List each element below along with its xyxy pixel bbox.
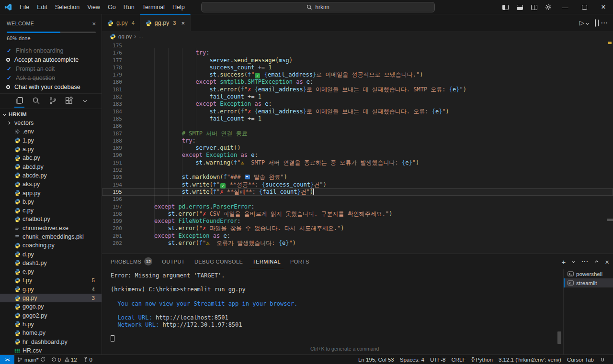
editor-tab-gg.py[interactable]: gg.py3× — [140, 14, 191, 31]
maximize-panel-icon[interactable] — [594, 259, 599, 264]
code-line-179[interactable]: 179 st.success(f"✓ {email_address}로 이메일을… — [102, 71, 613, 78]
problems-status[interactable]: 0 12 — [48, 355, 79, 364]
new-terminal-icon[interactable]: + — [561, 258, 566, 266]
terminal-profile-chevron-icon[interactable] — [571, 260, 576, 264]
language-mode-status[interactable]: {} Python — [469, 355, 496, 364]
code-line-176[interactable]: 176 try: — [102, 49, 613, 56]
onboarding-item[interactable]: Accept an autocomplete — [7, 55, 96, 64]
terminal-session-streamlit[interactable]: streamlit — [564, 278, 613, 287]
code-line-184[interactable]: 184 st.error(f"✗ {email_address}로 이메일을 보… — [102, 108, 613, 115]
code-line-200[interactable]: 200 st.error("✗ 파일을 찾을 수 없습니다. 다시 시도해주세요… — [102, 225, 613, 232]
code-line-202[interactable]: 202 st.error(f"⚠ 오류가 발생했습니다: {e}") — [102, 240, 613, 247]
editor-tab-g.py[interactable]: g.py4 — [102, 14, 140, 31]
terminal-scrollbar[interactable] — [557, 331, 561, 344]
extensions-view-icon[interactable] — [64, 95, 74, 108]
indentation-status[interactable]: Spaces: 4 — [397, 355, 427, 364]
code-line-180[interactable]: 180 except smtplib.SMTPException as e: — [102, 78, 613, 86]
tab-close-icon[interactable]: × — [181, 20, 185, 27]
command-center-search[interactable]: hrkim — [201, 2, 435, 12]
menu-help[interactable]: Help — [169, 4, 189, 11]
remote-indicator[interactable]: >< — [0, 355, 14, 364]
close-panel-icon[interactable]: × — [605, 258, 609, 266]
explorer-item-aks.py[interactable]: aks.py — [0, 180, 102, 188]
window-restore-icon[interactable] — [575, 0, 594, 14]
toggle-sidebar-icon[interactable] — [498, 0, 512, 14]
cursor-tab-status[interactable]: Cursor Tab — [564, 355, 597, 364]
explorer-item-gg.py[interactable]: gg.py3 — [0, 294, 102, 302]
code-line-199[interactable]: 199 except FileNotFoundError: — [102, 218, 613, 225]
code-line-177[interactable]: 177 server.send_message(msg) — [102, 57, 613, 64]
code-line-187[interactable]: 187 # SMTP 서버 연결 종료 — [102, 130, 613, 137]
explorer-view-icon[interactable] — [14, 95, 24, 108]
editor-more-actions-icon[interactable]: ··· — [601, 20, 608, 26]
breadcrumb-more[interactable]: ... — [138, 33, 143, 39]
source-control-icon[interactable] — [48, 95, 58, 108]
explorer-item-chatbot.py[interactable]: chatbot.py — [0, 215, 102, 223]
explorer-item-d.py[interactable]: d.py — [0, 250, 102, 258]
explorer-item-h.py[interactable]: h.py — [0, 320, 102, 329]
explorer-item-e.py[interactable]: e.py — [0, 267, 102, 276]
code-line-193[interactable]: 193 st.markdown(f"### 발송 완료") — [102, 174, 613, 181]
panel-more-actions-icon[interactable]: ··· — [581, 258, 589, 265]
explorer-item-abc.py[interactable]: abc.py — [0, 154, 102, 162]
explorer-item-g.py[interactable]: g.py4 — [0, 285, 102, 294]
code-line-181[interactable]: 181 st.error(f"✗ {email_address}로 이메일을 보… — [102, 86, 613, 93]
breadcrumb[interactable]: gg.py › ... — [102, 31, 613, 42]
settings-gear-icon[interactable] — [541, 0, 556, 14]
explorer-item-gogo2.py[interactable]: gogo2.py — [0, 311, 102, 320]
menu-run[interactable]: Run — [120, 4, 138, 11]
explorer-item-1.py[interactable]: 1.py — [0, 136, 102, 145]
terminal-output[interactable]: Error: Missing argument 'TARGET'. (hrkim… — [111, 269, 556, 342]
panel-tab-output[interactable]: OUTPUT — [159, 254, 188, 269]
onboarding-item[interactable]: Chat with your codebase — [7, 82, 96, 91]
explorer-item-.env[interactable]: .env — [0, 127, 102, 136]
more-views-chevron-icon[interactable] — [81, 96, 89, 107]
panel-tab-problems[interactable]: PROBLEMS12 — [108, 254, 155, 269]
code-line-192[interactable]: 192 — [102, 166, 613, 174]
menu-go[interactable]: Go — [104, 4, 120, 11]
window-minimize-icon[interactable]: — — [556, 0, 575, 14]
explorer-item-hr_dashboard.py[interactable]: hr_dashboard.py — [0, 337, 102, 346]
code-line-196[interactable]: 196 — [102, 196, 613, 203]
panel-tab-ports[interactable]: PORTS — [287, 254, 312, 269]
toggle-panel-icon[interactable] — [512, 0, 527, 14]
code-line-175[interactable]: 175 — [102, 42, 613, 49]
explorer-item-HR.csv[interactable]: HR.csv — [0, 346, 102, 355]
explorer-item-app.py[interactable]: app.py — [0, 188, 102, 197]
window-close-icon[interactable]: × — [594, 0, 613, 14]
code-line-195[interactable]: 195 st.write(f"✗ **실패**: {fail_count}건") — [102, 188, 613, 196]
panel-tab-terminal[interactable]: TERMINAL — [250, 254, 284, 269]
split-editor-icon[interactable] — [595, 20, 596, 26]
python-interpreter-status[interactable]: 3.12.1 ('hrkim2env': venv) — [496, 355, 564, 364]
code-line-186[interactable]: 186 — [102, 122, 613, 130]
code-line-189[interactable]: 189 server.quit() — [102, 144, 613, 152]
code-line-201[interactable]: 201 except Exception as e: — [102, 232, 613, 240]
notifications-bell-icon[interactable] — [597, 355, 608, 364]
explorer-item-coaching.py[interactable]: coaching.py — [0, 241, 102, 250]
eol-status[interactable]: CRLF — [448, 355, 468, 364]
menu-file[interactable]: File — [16, 4, 33, 11]
panel-tab-debug-console[interactable]: DEBUG CONSOLE — [192, 254, 246, 269]
explorer-item-gogo.py[interactable]: gogo.py — [0, 302, 102, 311]
menu-edit[interactable]: Edit — [33, 4, 51, 11]
code-line-198[interactable]: 198 st.error("✗ CSV 파일을 올바르게 읽지 못했습니다. 구… — [102, 210, 613, 218]
code-editor[interactable]: 175176 try:177 server.send_message(msg)1… — [102, 42, 613, 254]
code-line-190[interactable]: 190 except Exception as e: — [102, 152, 613, 159]
explorer-item-c.py[interactable]: c.py — [0, 206, 102, 215]
code-line-183[interactable]: 183 except Exception as e: — [102, 100, 613, 108]
explorer-item-a.py[interactable]: a.py — [0, 145, 102, 154]
git-branch-status[interactable]: main* — [14, 355, 48, 364]
cursor-position-status[interactable]: Ln 195, Col 53 — [355, 355, 397, 364]
explorer-root-folder[interactable]: HRKIM — [0, 110, 102, 119]
onboarding-item[interactable]: ✓Finish onboarding — [7, 46, 96, 55]
explorer-item-chromedriver.exe[interactable]: chromedriver.exe — [0, 224, 102, 232]
welcome-close-icon[interactable]: × — [92, 20, 96, 27]
code-line-188[interactable]: 188 try: — [102, 137, 613, 144]
explorer-item-b.py[interactable]: b.py — [0, 198, 102, 206]
code-line-197[interactable]: 197 except pd.errors.ParserError: — [102, 203, 613, 210]
search-view-icon[interactable] — [31, 95, 41, 108]
encoding-status[interactable]: UTF-8 — [427, 355, 449, 364]
onboarding-item[interactable]: ✓Prompt an edit — [7, 64, 96, 73]
code-line-182[interactable]: 182 fail_count += 1 — [102, 93, 613, 100]
run-python-file-button[interactable]: ▷ — [579, 19, 590, 26]
